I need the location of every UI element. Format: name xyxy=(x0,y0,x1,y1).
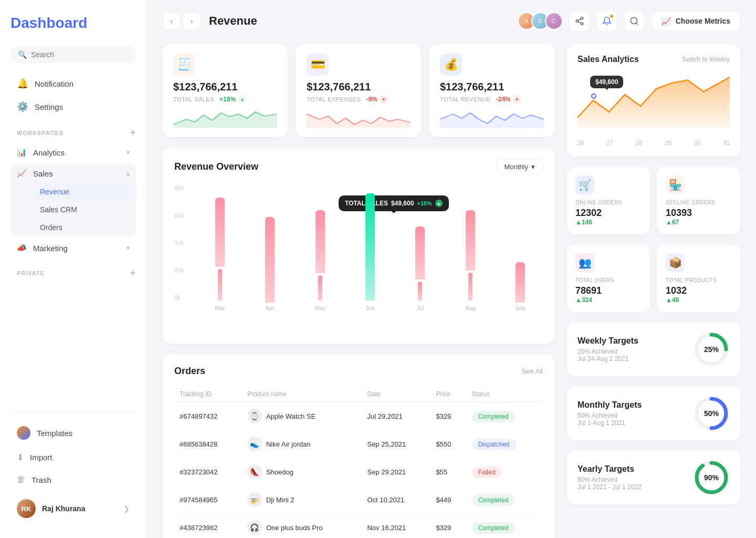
sidebar-item-sales-crm[interactable]: Sales CRM xyxy=(34,201,136,218)
nav-back-button[interactable]: ‹ xyxy=(163,12,181,30)
yearly-targets-donut: 90% xyxy=(693,459,730,496)
nav-forward-button[interactable]: › xyxy=(183,12,201,30)
status-badge: Completed xyxy=(472,411,515,422)
product-icon: 🎧 xyxy=(247,520,262,535)
sidebar-item-settings[interactable]: ⚙️ Settings xyxy=(10,96,136,118)
sidebar-item-templates[interactable]: Templates xyxy=(10,421,136,445)
revenue-change: -24% xyxy=(496,96,511,103)
svg-marker-8 xyxy=(307,114,411,128)
trash-label: Trash xyxy=(32,475,51,484)
table-row: #674897432 ⌚ Apple Watch SE Jul 29,2021 … xyxy=(174,402,543,430)
see-all-button[interactable]: See All xyxy=(522,367,543,375)
order-price: $55 xyxy=(430,458,466,486)
online-orders-value: 12302 xyxy=(575,208,642,219)
revenue-overview-card: Revenue Overview Monthly ▾ TOTAL SALES $… xyxy=(163,148,554,344)
marketing-icon: 📣 xyxy=(17,243,27,253)
search-button[interactable] xyxy=(624,11,645,32)
product-icon: 👟 xyxy=(247,437,262,451)
search-input[interactable] xyxy=(31,50,129,59)
x-label-jun: Jun xyxy=(365,305,375,311)
chevron-down-icon: ▾ xyxy=(127,244,130,252)
product-cell: 🎧 One plus buds Pro xyxy=(247,520,357,535)
product-cell: ⌚ Apple Watch SE xyxy=(247,409,357,423)
yearly-targets-period: Jul 1 2021 - Jul 1 2022 xyxy=(578,483,641,491)
sidebar-item-revenue[interactable]: Revenue xyxy=(34,183,136,200)
metric-card-offline-orders: 🏪 OFFLINE ORDERS 10393 ▲67 xyxy=(657,167,740,234)
notifications-button[interactable] xyxy=(596,11,617,32)
analytics-label: Analytics xyxy=(33,148,65,157)
search-box[interactable]: 🔍 xyxy=(10,46,136,63)
weekly-targets-donut: 25% xyxy=(693,331,730,368)
yearly-targets-card: Yearly Targets 90% Achieved Jul 1 2021 -… xyxy=(567,451,740,504)
sidebar-item-analytics[interactable]: 📊 Analytics ▾ xyxy=(10,142,136,162)
sidebar-item-trash[interactable]: 🗑 Trash xyxy=(10,470,136,490)
product-name: Shoedog xyxy=(266,468,293,476)
sidebar-item-notification[interactable]: 🔔 Notification xyxy=(10,73,136,95)
yearly-pct-label: 90% xyxy=(704,473,719,482)
bell-icon: 🔔 xyxy=(17,78,28,89)
add-private-button[interactable]: + xyxy=(130,267,136,278)
total-products-icon: 📦 xyxy=(666,253,685,272)
switch-weekly-button[interactable]: Switch to Weekly xyxy=(682,56,730,63)
col-price: Price xyxy=(430,386,466,402)
sidebar-item-orders[interactable]: Orders xyxy=(34,219,136,236)
total-expenses-amount: $123,766,211 xyxy=(307,81,411,93)
product-cell: 👠 Shoedog xyxy=(247,464,357,479)
sales-stat-icon: 🧾 xyxy=(173,54,195,76)
add-workspace-button[interactable]: + xyxy=(130,127,136,138)
product-icon: ⌚ xyxy=(247,409,262,423)
total-products-change: ▲48 xyxy=(666,296,732,304)
sales-analytics-chart: $49,600 xyxy=(578,71,730,134)
sidebar-item-marketing[interactable]: 📣 Marketing ▾ xyxy=(10,238,136,258)
total-revenue-amount: $123,766,211 xyxy=(440,81,544,93)
order-date: Sep 29,2021 xyxy=(362,458,430,486)
metric-cards-row2: 👥 TOTAL USERS 78691 ▲324 📦 TOTAL PRODUCT… xyxy=(567,245,740,312)
sales-analytics-title: Sales Analytics xyxy=(578,55,639,64)
bar-jun-highlight xyxy=(365,193,375,301)
metric-card-total-users: 👥 TOTAL USERS 78691 ▲324 xyxy=(567,245,650,312)
user-chevron-icon: ❯ xyxy=(123,504,130,513)
chevron-down-icon: ▾ xyxy=(531,163,535,171)
col-date: Date xyxy=(362,386,430,402)
choose-metrics-button[interactable]: 📈 Choose Metrics xyxy=(651,12,740,31)
choose-metrics-label: Choose Metrics xyxy=(676,17,730,25)
product-cell: 👟 Nike Air jordan xyxy=(247,437,357,451)
bar-apr xyxy=(265,217,275,303)
period-select[interactable]: Monthly ▾ xyxy=(496,159,543,174)
analytics-icon: 📊 xyxy=(17,148,27,157)
sidebar-item-sales[interactable]: 📈 Sales ▴ xyxy=(10,163,136,183)
offline-orders-icon: 🏪 xyxy=(666,175,685,194)
yearly-targets-title: Yearly Targets xyxy=(578,464,641,474)
sidebar: Dashboard 🔍 🔔 Notification ⚙️ Settings W… xyxy=(0,0,147,538)
orders-header: Orders See All xyxy=(174,366,543,377)
order-date: Oct 10,2021 xyxy=(362,486,430,514)
revenue-overview-header: Revenue Overview Monthly ▾ xyxy=(174,159,543,174)
import-icon: ⬇ xyxy=(17,452,24,462)
order-date: Jul 29,2021 xyxy=(362,402,430,430)
user-profile[interactable]: RK Raj Khurana ❯ xyxy=(10,494,136,523)
total-products-value: 1032 xyxy=(666,285,732,296)
tracking-id: #685638428 xyxy=(174,430,242,458)
online-orders-icon: 🛒 xyxy=(575,175,594,194)
total-products-label: TOTAL PRODUCTS xyxy=(666,277,732,283)
sa-dates: 26 27 28 29 30 31 xyxy=(578,140,730,146)
expenses-change: -9% xyxy=(366,96,377,103)
avatar: C xyxy=(545,12,563,30)
share-button[interactable] xyxy=(569,11,590,32)
tracking-id: #674897432 xyxy=(174,402,242,430)
revenue-change-indicator: ▼ xyxy=(513,95,521,104)
metric-card-online-orders: 🛒 ONLINE ORDERS 12302 ▲146 xyxy=(567,167,650,234)
weekly-targets-card: Weekly Targets 25% Achieved Jul 24-Aug 1… xyxy=(567,323,740,376)
status-badge: Dispatched xyxy=(472,439,516,450)
sidebar-item-import[interactable]: ⬇ Import xyxy=(10,447,136,468)
product-cell: 🚁 Dji Mini 2 xyxy=(247,492,357,507)
col-tracking-id: Tracking ID xyxy=(174,386,242,402)
stat-cards: 🧾 $123,766,211 TOTAL SALES +18% ▲ xyxy=(163,44,554,137)
search-icon: 🔍 xyxy=(18,50,27,59)
weekly-pct-label: 25% xyxy=(704,345,719,354)
page-title: Revenue xyxy=(209,14,509,28)
total-users-label: TOTAL USERS xyxy=(575,277,642,283)
sales-label: Sales xyxy=(33,169,53,178)
svg-line-3 xyxy=(578,22,581,23)
sa-tooltip: $49,600 xyxy=(590,76,623,88)
